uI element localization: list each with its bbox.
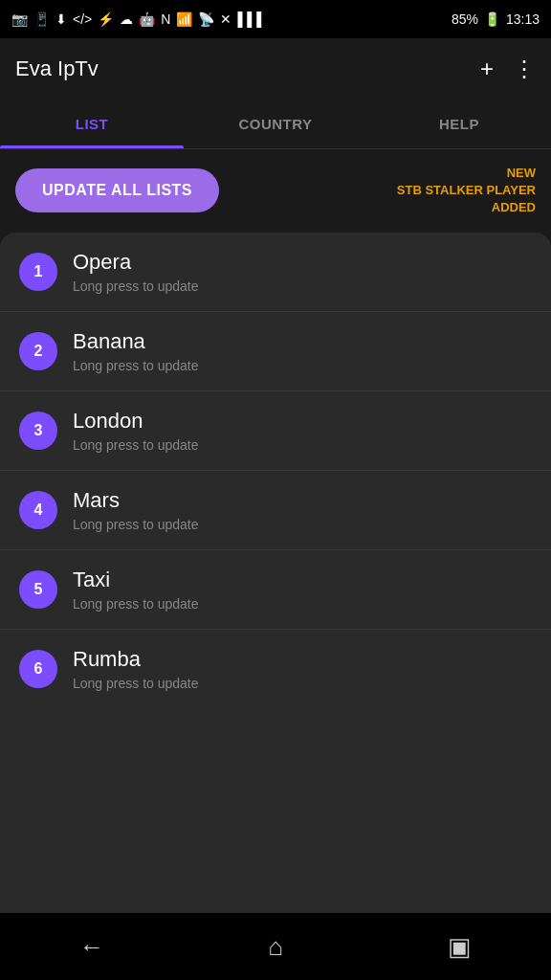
item-name-2: Banana [73, 329, 532, 354]
status-bar-right: 85% 🔋 13:13 [452, 11, 540, 27]
list-item[interactable]: 6 Rumba Long press to update [0, 630, 551, 708]
list-item[interactable]: 1 Opera Long press to update [0, 233, 551, 312]
battery-percent: 85% [452, 11, 478, 27]
item-hint-4: Long press to update [73, 517, 532, 532]
top-bar: Eva IpTv + ⋮ [0, 38, 551, 100]
list-item[interactable]: 5 Taxi Long press to update [0, 550, 551, 630]
nfc-icon: N [161, 11, 170, 27]
wifi-icon: 📶 [176, 11, 192, 27]
app-title: Eva IpTv [15, 56, 99, 81]
android-icon: 🤖 [139, 11, 155, 27]
code-icon: </> [73, 11, 92, 27]
item-info-1: Opera Long press to update [73, 250, 532, 294]
download-icon: ⬇ [55, 11, 67, 27]
item-hint-6: Long press to update [73, 676, 532, 691]
item-name-3: London [73, 409, 532, 434]
camera-icon: 📷 [11, 11, 28, 27]
battery-icon: 🔋 [484, 11, 500, 27]
item-hint-1: Long press to update [73, 278, 532, 294]
list-item[interactable]: 3 London Long press to update [0, 391, 551, 471]
tab-list[interactable]: LIST [0, 100, 184, 148]
item-number-4: 4 [19, 491, 57, 529]
home-button[interactable]: ⌂ [247, 918, 304, 975]
list-item[interactable]: 4 Mars Long press to update [0, 471, 551, 550]
new-feature-line1: NEW [397, 165, 536, 182]
top-bar-actions: + ⋮ [480, 56, 536, 82]
item-info-5: Taxi Long press to update [73, 568, 532, 612]
bottom-nav: ← ⌂ ▣ [0, 913, 551, 980]
item-info-4: Mars Long press to update [73, 488, 532, 532]
item-hint-5: Long press to update [73, 596, 532, 612]
time-display: 13:13 [506, 11, 540, 27]
status-bar: 📷 📱 ⬇ </> ⚡ ☁ 🤖 N 📶 📡 ✕ ▌▌▌ 85% 🔋 13:13 [0, 0, 551, 38]
item-number-5: 5 [19, 570, 57, 609]
menu-button[interactable]: ⋮ [513, 56, 536, 82]
item-info-2: Banana Long press to update [73, 329, 532, 373]
item-number-3: 3 [19, 412, 57, 450]
recents-button[interactable]: ▣ [430, 918, 488, 975]
x-icon: ✕ [220, 11, 231, 27]
item-hint-2: Long press to update [73, 358, 532, 373]
tab-country[interactable]: COUNTRY [184, 100, 367, 148]
item-hint-3: Long press to update [73, 437, 532, 453]
iptv-list: 1 Opera Long press to update 2 Banana Lo… [0, 233, 551, 913]
new-feature-line3: ADDED [397, 199, 536, 216]
item-info-3: London Long press to update [73, 409, 532, 453]
item-name-5: Taxi [73, 568, 532, 592]
item-number-2: 2 [19, 332, 57, 370]
item-number-1: 1 [19, 253, 57, 291]
update-banner: UPDATE ALL LISTS NEW STB STALKER PLAYER … [0, 149, 551, 233]
upload-icon: ☁ [120, 11, 133, 27]
usb-icon: ⚡ [98, 11, 114, 27]
add-button[interactable]: + [480, 56, 494, 82]
item-name-6: Rumba [73, 647, 532, 672]
content-area: UPDATE ALL LISTS NEW STB STALKER PLAYER … [0, 149, 551, 913]
signal-icon: 📡 [198, 11, 214, 27]
new-feature-notice: NEW STB STALKER PLAYER ADDED [397, 165, 536, 217]
sim-icon: 📱 [33, 11, 50, 27]
tab-bar: LIST COUNTRY HELP [0, 100, 551, 149]
item-number-6: 6 [19, 650, 57, 688]
item-name-1: Opera [73, 250, 532, 275]
new-feature-line2: STB STALKER PLAYER [397, 182, 536, 199]
item-info-6: Rumba Long press to update [73, 647, 532, 691]
bars-icon: ▌▌▌ [237, 11, 266, 27]
update-all-lists-button[interactable]: UPDATE ALL LISTS [15, 168, 219, 212]
tab-help[interactable]: HELP [367, 100, 551, 148]
status-bar-left: 📷 📱 ⬇ </> ⚡ ☁ 🤖 N 📶 📡 ✕ ▌▌▌ [11, 11, 266, 27]
item-name-4: Mars [73, 488, 532, 513]
back-button[interactable]: ← [63, 918, 121, 975]
list-item[interactable]: 2 Banana Long press to update [0, 312, 551, 391]
